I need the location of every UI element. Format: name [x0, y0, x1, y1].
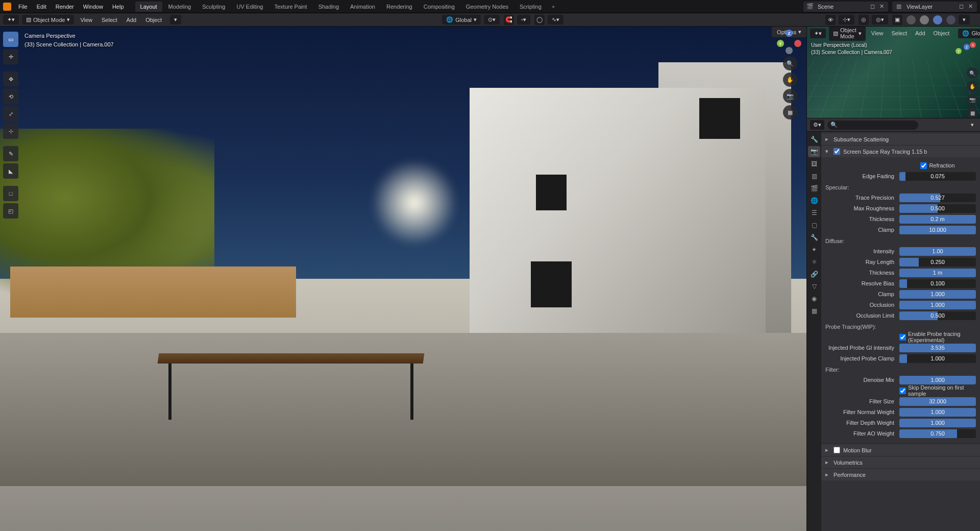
perspective-toggle-button[interactable]: ▦	[783, 105, 797, 119]
mini-pan-button[interactable]: ✋	[967, 81, 978, 92]
select-menu[interactable]: Select	[99, 15, 120, 25]
max-roughness-slider[interactable]: 0.500	[899, 204, 976, 213]
panel-subsurface[interactable]: Subsurface Scattering	[821, 133, 980, 145]
tab-modeling[interactable]: Modeling	[163, 2, 197, 12]
mini-add-menu[interactable]: Add	[913, 29, 928, 38]
transform-tool[interactable]: ⊹	[3, 124, 18, 139]
add-menu[interactable]: Add	[124, 15, 140, 25]
tab-object-icon[interactable]: ▢	[808, 220, 820, 231]
tab-layout[interactable]: Layout	[135, 2, 162, 12]
gizmo-dropdown[interactable]: ⊹▾	[839, 15, 854, 25]
tab-texturepaint[interactable]: Texture Paint	[269, 2, 312, 12]
properties-pin-dropdown[interactable]: ⚙▾	[810, 120, 824, 130]
menu-window[interactable]: Window	[79, 2, 107, 12]
tab-material-icon[interactable]: ◉	[808, 293, 820, 304]
tab-collection-icon[interactable]: ☰	[808, 207, 820, 219]
tab-world-icon[interactable]: 🌐	[808, 195, 820, 206]
probe-gi-slider[interactable]: 3.535	[899, 344, 976, 352]
filter-normal-slider[interactable]: 1.000	[899, 408, 976, 417]
viewlayer-selector[interactable]: ▥ ◻ ✕	[892, 2, 977, 12]
overlays-dropdown[interactable]: ◎▾	[872, 15, 888, 25]
tab-constraints-icon[interactable]: 🔗	[808, 269, 820, 280]
mini-camera-button[interactable]: 📷	[967, 94, 978, 105]
tab-geometrynodes[interactable]: Geometry Nodes	[461, 2, 513, 12]
thickness-slider[interactable]: 0.2 m	[899, 215, 976, 224]
filter-size-slider[interactable]: 32.000	[899, 397, 976, 406]
probe-enable-checkbox[interactable]	[899, 334, 906, 341]
tab-compositing[interactable]: Compositing	[419, 2, 460, 12]
xray-toggle[interactable]: ▣	[892, 15, 902, 25]
proportional-toggle[interactable]: ◯	[534, 15, 545, 25]
snap-dropdown[interactable]: ▫▾	[517, 15, 530, 25]
menu-file[interactable]: File	[14, 2, 32, 12]
denoise-mix-slider[interactable]: 1.000	[899, 376, 976, 384]
mini-select-menu[interactable]: Select	[889, 29, 910, 38]
tab-physics-icon[interactable]: ⚛	[808, 256, 820, 268]
tab-particles-icon[interactable]: ✦	[808, 244, 820, 255]
scene-selector[interactable]: 🎬 ◻ ✕	[803, 2, 888, 12]
shading-wireframe[interactable]	[906, 15, 916, 25]
diffuse-thickness-slider[interactable]: 1 m	[899, 269, 976, 277]
measure-tool[interactable]: ◣	[3, 163, 18, 179]
mini-object-menu[interactable]: Object	[931, 29, 952, 38]
menu-render[interactable]: Render	[52, 2, 78, 12]
axis-y[interactable]: Y	[777, 40, 784, 47]
tab-scripting[interactable]: Scripting	[514, 2, 547, 12]
scene-name-input[interactable]	[816, 3, 867, 11]
occlusion-limit-slider[interactable]: 0.500	[899, 311, 976, 320]
filter-ao-slider[interactable]: 0.750	[899, 429, 976, 438]
camera-view-button[interactable]: 📷	[783, 89, 797, 103]
pivot-dropdown[interactable]: ⊙▾	[484, 15, 500, 25]
edge-fading-slider[interactable]: 0.075	[899, 172, 976, 181]
annotate-tool[interactable]: ✎	[3, 146, 18, 161]
menu-help[interactable]: Help	[108, 2, 128, 12]
editor-type-dropdown[interactable]: ✦▾	[3, 15, 19, 25]
scale-tool[interactable]: ⤢	[3, 106, 18, 122]
move-tool[interactable]: ✥	[3, 71, 18, 87]
viewlayer-name-input[interactable]	[904, 3, 955, 11]
panel-ssrt[interactable]: Screen Space Ray Tracing 1.15 b	[821, 145, 980, 157]
tab-rendering[interactable]: Rendering	[381, 2, 418, 12]
axis-neg[interactable]	[786, 47, 793, 54]
shading-material[interactable]	[933, 15, 942, 25]
ssrt-enable-checkbox[interactable]	[834, 148, 840, 155]
cursor-tool[interactable]: ✛	[3, 49, 18, 64]
tab-scene-icon[interactable]: 🎬	[808, 183, 820, 194]
tab-uvediting[interactable]: UV Editing	[231, 2, 268, 12]
probe-clamp-slider[interactable]: 1.000	[899, 354, 976, 363]
tab-modifiers-icon[interactable]: 🔧	[808, 232, 820, 243]
occlusion-slider[interactable]: 1.000	[899, 301, 976, 309]
motion-blur-checkbox[interactable]	[834, 447, 840, 453]
orientation-dropdown[interactable]: 🌐 Global ▾	[442, 15, 481, 25]
zoom-button[interactable]: 🔍	[783, 56, 797, 70]
pan-button[interactable]: ✋	[783, 73, 797, 87]
mini-zoom-button[interactable]: 🔍	[967, 67, 978, 79]
mini-editor-type-dropdown[interactable]: ✦▾	[810, 29, 826, 38]
mini-global-dropdown[interactable]: 🌐 Global	[958, 29, 980, 38]
skip-denoise-row[interactable]: Skip Denoising on first sample	[899, 384, 976, 397]
proportional-dropdown[interactable]: ∿▾	[548, 15, 564, 25]
visibility-toggle[interactable]: 👁	[825, 15, 836, 25]
refraction-checkbox[interactable]	[920, 162, 927, 169]
3d-viewport[interactable]: Options ▾ ▭ ✛ ✥ ⟲ ⤢ ⊹ ✎ ◣	[0, 27, 806, 531]
tab-texture-icon[interactable]: ▦	[808, 305, 820, 317]
tab-render-icon[interactable]: 📷	[808, 146, 820, 157]
viewlayer-browse-icon[interactable]: ◻	[958, 3, 965, 10]
properties-filter-dropdown[interactable]: ▾	[968, 120, 977, 130]
tab-sculpting[interactable]: Sculpting	[197, 2, 230, 12]
select-box-tool[interactable]: ▭	[3, 32, 18, 47]
refraction-checkbox-row[interactable]: Refraction	[899, 162, 976, 169]
scene-browse-icon[interactable]: ◻	[869, 3, 876, 10]
tab-data-icon[interactable]: ▽	[808, 281, 820, 292]
add-primitive-tool[interactable]: □	[3, 186, 18, 201]
overlays-toggle[interactable]: ◎	[859, 15, 869, 25]
shear-tool[interactable]: ◰	[3, 203, 18, 219]
menu-edit[interactable]: Edit	[33, 2, 51, 12]
tab-output-icon[interactable]: 🖼	[808, 158, 820, 170]
shading-solid[interactable]	[920, 15, 929, 25]
shading-dropdown[interactable]: ▾	[959, 15, 970, 25]
panel-performance[interactable]: Performance	[821, 468, 980, 480]
tab-viewlayer-icon[interactable]: ▥	[808, 171, 820, 182]
shading-rendered[interactable]	[946, 15, 955, 25]
tab-tool-icon[interactable]: 🔧	[808, 134, 820, 145]
